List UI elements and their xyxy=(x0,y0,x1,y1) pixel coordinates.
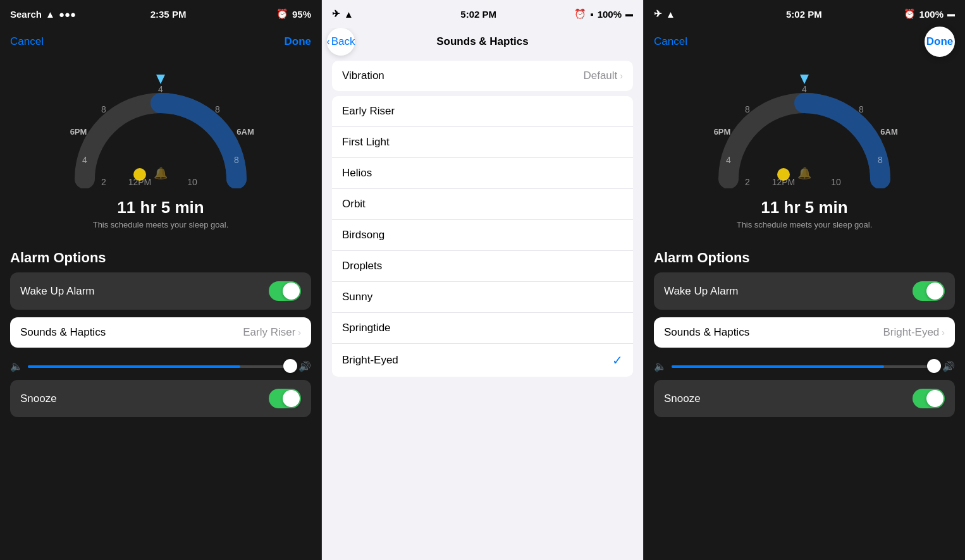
right-done-button[interactable]: Done xyxy=(925,27,955,57)
left-panel: Search ▲ ●●● 2:35 PM ⏰ 95% Cancel Done xyxy=(0,0,321,560)
svg-text:2: 2 xyxy=(101,177,106,187)
vibration-label: Vibration xyxy=(342,70,384,82)
alarm-icon: ⏰ xyxy=(276,8,288,20)
svg-text:2: 2 xyxy=(745,177,750,187)
left-volume-thumb xyxy=(283,359,297,373)
back-button[interactable]: ‹ Back xyxy=(327,28,355,56)
left-content: Search ▲ ●●● 2:35 PM ⏰ 95% Cancel Done xyxy=(0,0,321,560)
vibration-row[interactable]: Vibration Default › xyxy=(332,61,633,91)
right-wake-alarm-card: Wake Up Alarm xyxy=(654,272,955,310)
right-wifi-icon: ▲ xyxy=(666,9,675,20)
left-sounds-card[interactable]: Sounds & Haptics Early Riser › xyxy=(10,317,311,348)
left-snooze-card: Snooze xyxy=(10,380,311,417)
mid-airplane-icon: ✈ xyxy=(332,8,340,20)
svg-marker-10 xyxy=(156,75,165,84)
list-item-springtide[interactable]: Springtide xyxy=(332,313,633,344)
left-volume-slider[interactable] xyxy=(28,365,293,368)
left-wake-alarm-toggle[interactable] xyxy=(269,281,301,301)
left-nav-bar: Cancel Done xyxy=(0,28,321,56)
right-alarm-icon: ⏰ xyxy=(904,8,916,20)
list-item-orbit[interactable]: Orbit xyxy=(332,189,633,220)
right-wake-alarm-label: Wake Up Alarm xyxy=(664,285,738,298)
left-sounds-chevron: › xyxy=(298,327,301,338)
svg-marker-23 xyxy=(800,75,809,84)
list-item-birdsong[interactable]: Birdsong xyxy=(332,220,633,251)
birdsong-label: Birdsong xyxy=(342,229,384,241)
vibration-value: Default › xyxy=(583,70,623,82)
right-status-left: ✈ ▲ xyxy=(654,8,704,20)
back-label: Back xyxy=(331,35,355,48)
right-content: ✈ ▲ 5:02 PM ⏰ 100% ▬ Cancel Done 4 8 8 4 xyxy=(644,0,965,560)
svg-text:8: 8 xyxy=(215,104,220,114)
left-status-right: ⏰ 95% xyxy=(261,8,311,20)
middle-status-bar: ✈ ▲ 5:02 PM ⏰ ▪ 100% ▬ xyxy=(322,0,643,28)
helios-label: Helios xyxy=(342,167,372,180)
right-wake-alarm-toggle[interactable] xyxy=(913,281,945,301)
left-wake-alarm-label: Wake Up Alarm xyxy=(20,285,94,298)
list-item-sunny[interactable]: Sunny xyxy=(332,282,633,313)
right-sounds-card[interactable]: Sounds & Haptics Bright-Eyed › xyxy=(654,317,955,348)
bright-eyed-label: Bright-Eyed xyxy=(342,354,398,367)
battery-left: 95% xyxy=(292,9,311,20)
svg-text:8: 8 xyxy=(878,155,883,165)
middle-title: Sounds & Haptics xyxy=(436,35,528,48)
right-volume-fill xyxy=(672,365,884,368)
left-wake-alarm-row: Wake Up Alarm xyxy=(10,272,311,310)
middle-panel: ✈ ▲ 5:02 PM ⏰ ▪ 100% ▬ ‹ Back Sounds & H… xyxy=(321,0,644,560)
svg-text:4: 4 xyxy=(726,155,731,165)
right-snooze-card: Snooze xyxy=(654,380,955,417)
search-label: Search xyxy=(10,9,42,20)
right-status-bar: ✈ ▲ 5:02 PM ⏰ 100% ▬ xyxy=(644,0,965,28)
right-panel: ✈ ▲ 5:02 PM ⏰ 100% ▬ Cancel Done 4 8 8 4 xyxy=(644,0,965,560)
left-done-button[interactable]: Done xyxy=(285,35,312,48)
right-volume-low-icon: 🔈 xyxy=(654,360,667,372)
right-battery-bar: ▬ xyxy=(947,9,955,18)
volume-low-icon: 🔈 xyxy=(10,360,23,372)
sound-list: Early Riser First Light Helios Orbit Bir… xyxy=(332,96,633,377)
left-sounds-label: Sounds & Haptics xyxy=(20,326,106,339)
right-airplane-icon: ✈ xyxy=(654,8,662,20)
list-item-bright-eyed[interactable]: Bright-Eyed ✓ xyxy=(332,344,633,377)
vibration-chevron: › xyxy=(620,71,623,81)
right-snooze-toggle[interactable] xyxy=(913,389,945,408)
list-item-droplets[interactable]: Droplets xyxy=(332,251,633,282)
volume-high-icon: 🔊 xyxy=(298,360,311,372)
svg-text:6PM: 6PM xyxy=(70,127,87,137)
svg-text:6PM: 6PM xyxy=(714,127,731,137)
right-wake-alarm-row: Wake Up Alarm xyxy=(654,272,955,310)
right-battery: 100% xyxy=(919,9,943,20)
svg-text:8: 8 xyxy=(234,155,239,165)
right-clock-container: 4 8 8 4 2 12PM 10 8 6PM 6AM 🔔 xyxy=(644,56,965,192)
mid-battery: 100% xyxy=(598,9,622,20)
right-sleep-info: 11 hr 5 min This schedule meets your sle… xyxy=(644,192,965,240)
left-snooze-toggle[interactable] xyxy=(269,389,301,408)
svg-point-11 xyxy=(133,168,146,181)
left-cancel-button[interactable]: Cancel xyxy=(10,35,44,48)
middle-nav-bar: ‹ Back Sounds & Haptics xyxy=(322,28,643,56)
svg-text:6AM: 6AM xyxy=(237,127,254,137)
list-item-first-light[interactable]: First Light xyxy=(332,127,633,158)
left-snooze-row: Snooze xyxy=(10,380,311,417)
left-sounds-value: Early Riser › xyxy=(243,326,301,339)
right-sleep-duration: 11 hr 5 min xyxy=(644,198,965,217)
bright-eyed-check-icon: ✓ xyxy=(612,353,623,368)
right-volume-thumb xyxy=(927,359,941,373)
svg-text:🔔: 🔔 xyxy=(154,166,168,180)
sunny-label: Sunny xyxy=(342,291,372,303)
status-left: Search ▲ ●●● xyxy=(10,9,76,20)
list-item-helios[interactable]: Helios xyxy=(332,158,633,189)
right-volume-slider[interactable] xyxy=(672,365,937,368)
mid-status-left: ✈ ▲ xyxy=(332,8,383,20)
list-item-early-riser[interactable]: Early Riser xyxy=(332,96,633,127)
right-status-right: ⏰ 100% ▬ xyxy=(904,8,955,20)
left-volume-row: 🔈 🔊 xyxy=(0,355,321,377)
right-snooze-label: Snooze xyxy=(664,393,701,405)
svg-text:4: 4 xyxy=(158,84,163,94)
right-cancel-button[interactable]: Cancel xyxy=(654,35,687,48)
right-volume-row: 🔈 🔊 xyxy=(644,355,965,377)
svg-text:10: 10 xyxy=(187,177,197,187)
left-sleep-duration: 11 hr 5 min xyxy=(0,198,321,217)
left-alarm-options-title: Alarm Options xyxy=(0,240,321,272)
right-snooze-row: Snooze xyxy=(654,380,955,417)
svg-text:🔔: 🔔 xyxy=(797,166,812,180)
